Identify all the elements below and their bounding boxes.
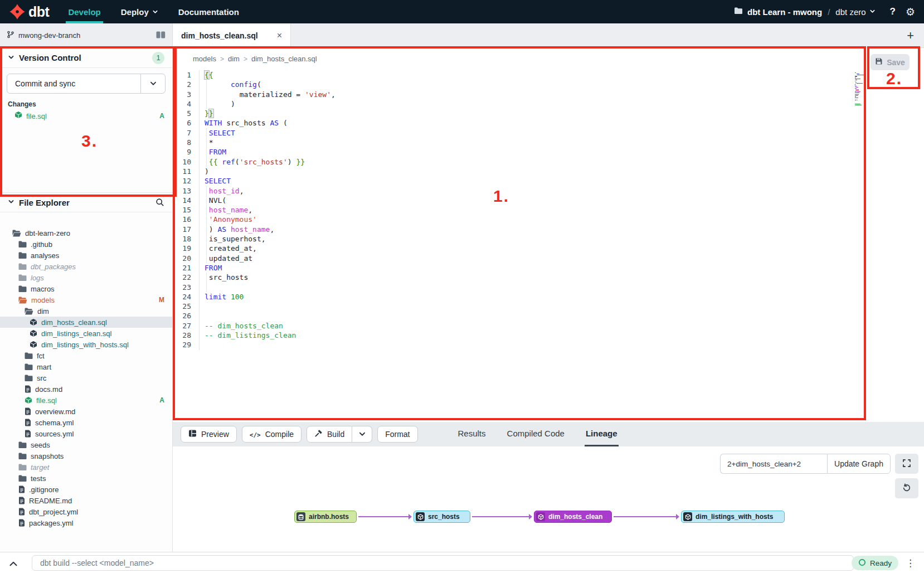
code-line[interactable]: 4 ) [173,99,924,109]
lineage-node-src_hosts[interactable]: src_hosts [414,511,470,523]
tab-compiled-code[interactable]: Compiled Code [506,422,566,446]
code-line[interactable]: 20 updated_at [173,254,924,263]
code-line[interactable]: 27-- dim_hosts_clean [173,321,924,331]
lineage-node-airbnb-hosts[interactable]: airbnb.hosts [294,511,357,523]
code-line[interactable]: 15 host_name, [173,205,924,215]
code-line[interactable]: 6WITH src_hosts AS ( [173,118,924,128]
code-line[interactable]: 14 NVL( [173,196,924,205]
tree-file-row[interactable]: .gitignore [0,484,172,495]
tree-file-row[interactable]: dim_listings_with_hosts.sql [0,339,172,350]
code-line[interactable]: 11) [173,167,924,176]
code-line[interactable]: 10 {{ ref('src_hosts') }} [173,157,924,167]
tree-folder-row[interactable]: dim [0,305,172,317]
tab-dim-hosts-clean[interactable]: dim_hosts_clean.sql × [173,23,291,48]
tree-folder-row[interactable]: modelsM [0,294,172,305]
tree-folder-row[interactable]: src [0,372,172,383]
tree-folder-row[interactable]: snapshots [0,450,172,462]
chevron-down-icon[interactable] [869,7,876,17]
code-line[interactable]: 13 host_id, [173,186,924,196]
code-line[interactable]: 18 is_superhost, [173,234,924,244]
nav-documentation[interactable]: Documentation [178,0,239,23]
code-line[interactable]: 5}} [173,109,924,118]
tab-results[interactable]: Results [457,422,487,446]
code-line[interactable]: 12SELECT [173,176,924,186]
lineage-node-dim_listings_with_hosts[interactable]: dim_listings_with_hosts [681,511,785,523]
commit-label[interactable]: Commit and sync [7,74,140,93]
tree-file-row[interactable]: docs.md [0,383,172,395]
compile-button[interactable]: </>Compile [242,426,301,443]
code-line[interactable]: 26 [173,311,924,321]
nav-deploy[interactable]: Deploy [121,0,158,23]
preview-button[interactable]: Preview [181,426,237,443]
tree-folder-row[interactable]: target [0,462,172,473]
code-line[interactable]: 9 FROM [173,147,924,157]
lineage-node-dim_hosts_clean[interactable]: dim_hosts_clean [534,511,612,523]
code-line[interactable]: 17 ) AS host_name, [173,225,924,234]
tree-folder-row[interactable]: dbt-learn-zero [0,227,172,239]
build-button[interactable]: Build [307,426,352,443]
tree-folder-row[interactable]: mart [0,361,172,372]
code-line[interactable]: 29 [173,340,924,349]
code-line[interactable]: 7 SELECT [173,128,924,138]
minimap[interactable] [855,72,868,107]
version-control-header[interactable]: Version Control 1 [0,48,172,68]
reset-view-button[interactable] [895,478,918,498]
tree-folder-row[interactable]: tests [0,473,172,484]
help-icon[interactable]: ? [890,6,896,17]
code-line[interactable]: 21FROM [173,263,924,273]
tree-file-row[interactable]: sources.yml [0,428,172,439]
fullscreen-button[interactable] [895,454,918,474]
breadcrumb-item[interactable]: dim [228,55,240,63]
commit-options-chevron[interactable] [140,74,165,93]
environment-name[interactable]: dbt zero [835,7,865,17]
tree-file-row[interactable]: schema.yml [0,417,172,428]
nav-develop[interactable]: Develop [68,0,100,23]
tree-file-row[interactable]: dbt_project.yml [0,506,172,517]
tree-folder-row[interactable]: fct [0,350,172,361]
tab-lineage[interactable]: Lineage [585,422,619,446]
code-line[interactable]: 25 [173,302,924,311]
split-view-icon[interactable] [156,31,166,41]
kebab-menu-icon[interactable]: ⋮ [906,557,915,569]
build-options-chevron[interactable] [352,426,372,443]
commit-and-sync-button[interactable]: Commit and sync [7,74,166,94]
code-line[interactable]: 2 config( [173,80,924,89]
file-explorer-header[interactable]: File Explorer [0,192,172,212]
code-line[interactable]: 28-- dim_listings_clean [173,331,924,340]
code-area[interactable]: 1{{2 config(3 materialized = 'view',4 )5… [173,70,924,422]
tree-file-row[interactable]: dim_listings_clean.sql [0,328,172,339]
changed-file-row[interactable]: file.sql A [0,109,172,123]
tree-folder-row[interactable]: logs [0,272,172,283]
code-line[interactable]: 16 'Anonymous' [173,215,924,224]
code-line[interactable]: 19 created_at, [173,244,924,253]
gear-icon[interactable]: ⚙ [906,6,915,18]
tree-folder-row[interactable]: seeds [0,439,172,450]
code-line[interactable]: 22 src_hosts [173,273,924,282]
code-line[interactable]: 23 [173,283,924,292]
new-tab-button[interactable]: + [907,28,924,43]
tree-folder-row[interactable]: macros [0,283,172,294]
tree-file-row[interactable]: file.sqlA [0,395,172,406]
lineage-selector-input[interactable] [720,454,827,474]
close-icon[interactable]: × [277,31,282,41]
dbt-logo[interactable]: dbt [9,3,49,20]
command-input[interactable] [32,555,854,571]
chevron-up-icon[interactable] [9,559,18,569]
breadcrumb-item[interactable]: dim_hosts_clean.sql [251,55,317,63]
format-button[interactable]: Format [377,426,417,443]
tree-folder-row[interactable]: analyses [0,250,172,261]
project-name[interactable]: dbt Learn - mwong [747,7,822,17]
tree-file-row[interactable]: dim_hosts_clean.sql [0,317,172,328]
tree-file-row[interactable]: README.md [0,495,172,506]
code-line[interactable]: 8 * [173,138,924,147]
tree-file-row[interactable]: overview.md [0,406,172,417]
code-line[interactable]: 24limit 100 [173,292,924,302]
search-icon[interactable] [155,198,164,207]
tree-file-row[interactable]: packages.yml [0,517,172,528]
tree-folder-row[interactable]: dbt_packages [0,261,172,272]
save-button[interactable]: Save [870,54,910,70]
branch-name[interactable]: mwong-dev-branch [18,31,80,40]
breadcrumb-item[interactable]: models [193,55,216,63]
code-line[interactable]: 1{{ [173,70,924,80]
update-graph-button[interactable]: Update Graph [827,454,891,474]
